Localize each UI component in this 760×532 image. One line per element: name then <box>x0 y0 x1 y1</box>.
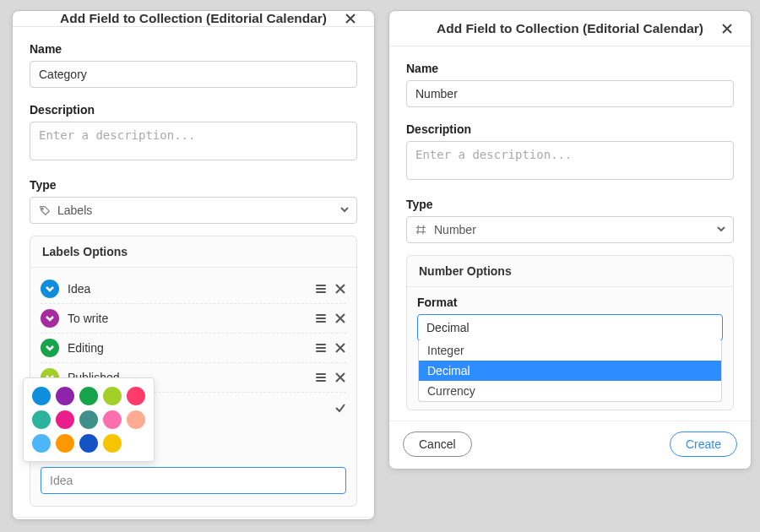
create-button[interactable]: Create <box>670 432 737 457</box>
chevron-down-icon <box>339 204 350 217</box>
palette-swatch[interactable] <box>103 434 122 453</box>
dialog-title: Add Field to Collection (Editorial Calen… <box>60 11 327 26</box>
palette-swatch[interactable] <box>56 434 74 453</box>
add-field-dialog-number: Add Field to Collection (Editorial Calen… <box>388 10 752 470</box>
number-options-panel: Number Options Format Decimal IntegerDec… <box>406 255 734 410</box>
label-option-row: Editing <box>41 334 346 363</box>
delete-option-button[interactable] <box>334 372 346 383</box>
color-swatch[interactable] <box>41 309 59 328</box>
close-button[interactable] <box>710 11 744 46</box>
option-label[interactable]: Editing <box>68 341 307 355</box>
color-swatch[interactable] <box>41 280 59 298</box>
name-label: Name <box>30 42 357 56</box>
drag-handle-icon[interactable] <box>316 314 326 323</box>
type-label: Type <box>30 178 357 192</box>
dialog-footer: Cancel Create <box>389 421 751 469</box>
drag-handle-icon[interactable] <box>316 344 326 352</box>
description-input[interactable] <box>406 141 734 180</box>
type-label: Type <box>406 198 734 211</box>
close-icon <box>345 13 356 24</box>
description-input[interactable] <box>30 122 357 160</box>
palette-swatch[interactable] <box>103 387 122 405</box>
color-swatch[interactable] <box>41 339 59 357</box>
dialog-body: Name Description Type Labels Labels Opti… <box>13 27 374 517</box>
type-select[interactable]: Number <box>406 216 734 243</box>
chevron-down-icon <box>45 313 55 323</box>
add-field-dialog-labels: Add Field to Collection (Editorial Calen… <box>12 10 375 520</box>
delete-option-button[interactable] <box>334 283 346 295</box>
drag-handle-icon[interactable] <box>316 285 326 293</box>
format-dropdown[interactable]: IntegerDecimalCurrency <box>418 340 722 402</box>
dialog-titlebar: Add Field to Collection (Editorial Calen… <box>13 11 374 27</box>
delete-option-button[interactable] <box>334 312 346 324</box>
confirm-new-option[interactable] <box>334 402 346 414</box>
palette-swatch[interactable] <box>127 387 145 405</box>
format-option[interactable]: Decimal <box>419 361 721 381</box>
format-option[interactable]: Currency <box>419 381 721 401</box>
format-select[interactable]: Decimal IntegerDecimalCurrency <box>417 314 723 341</box>
type-select[interactable]: Labels <box>30 197 357 224</box>
dialog-title: Add Field to Collection (Editorial Calen… <box>437 21 703 36</box>
description-label: Description <box>30 103 357 117</box>
palette-swatch[interactable] <box>79 434 98 453</box>
description-label: Description <box>406 122 734 136</box>
palette-swatch[interactable] <box>127 410 145 429</box>
name-input[interactable] <box>406 80 734 107</box>
label-option-row: Idea <box>41 274 346 304</box>
new-option-select-value: Idea <box>50 474 73 487</box>
palette-swatch[interactable] <box>56 387 74 405</box>
format-value: Decimal <box>426 321 470 334</box>
palette-swatch[interactable] <box>56 410 74 429</box>
chevron-down-icon <box>45 343 55 353</box>
dialog-body: Name Description Type Number Number Opti… <box>389 46 751 421</box>
option-label[interactable]: To write <box>68 312 307 325</box>
color-picker-popover[interactable] <box>23 377 155 462</box>
palette-swatch[interactable] <box>32 387 51 405</box>
option-label[interactable]: Idea <box>68 282 307 296</box>
hash-icon <box>415 224 427 236</box>
cancel-button[interactable]: Cancel <box>403 432 472 457</box>
type-value: Number <box>434 223 476 236</box>
label-option-row: To write <box>41 304 346 334</box>
type-value: Labels <box>57 204 92 217</box>
chevron-down-icon <box>716 223 726 236</box>
palette-swatch[interactable] <box>79 410 98 429</box>
palette-swatch[interactable] <box>32 410 51 429</box>
close-icon <box>721 23 733 35</box>
format-option[interactable]: Integer <box>419 340 721 361</box>
dialog-footer: Cancel Create <box>13 517 374 520</box>
name-label: Name <box>406 62 734 75</box>
new-option-select[interactable]: Idea <box>41 467 346 494</box>
tag-icon <box>39 204 51 216</box>
dialog-titlebar: Add Field to Collection (Editorial Calen… <box>389 11 751 46</box>
format-label: Format <box>417 296 723 309</box>
panel-title: Labels Options <box>30 236 356 268</box>
palette-swatch[interactable] <box>79 387 98 405</box>
delete-option-button[interactable] <box>334 342 346 354</box>
palette-swatch[interactable] <box>32 434 51 453</box>
chevron-down-icon <box>45 284 55 294</box>
svg-point-0 <box>42 208 44 209</box>
palette-swatch[interactable] <box>103 410 122 429</box>
labels-options-panel: Labels Options IdeaTo writeEditingPublis… <box>30 236 357 507</box>
panel-body: IdeaTo writeEditingPublished Idea <box>30 268 356 506</box>
panel-body: Format Decimal IntegerDecimalCurrency <box>407 287 733 353</box>
drag-handle-icon[interactable] <box>316 373 326 382</box>
close-button[interactable] <box>334 11 367 26</box>
panel-title: Number Options <box>407 256 733 287</box>
name-input[interactable] <box>30 61 357 88</box>
